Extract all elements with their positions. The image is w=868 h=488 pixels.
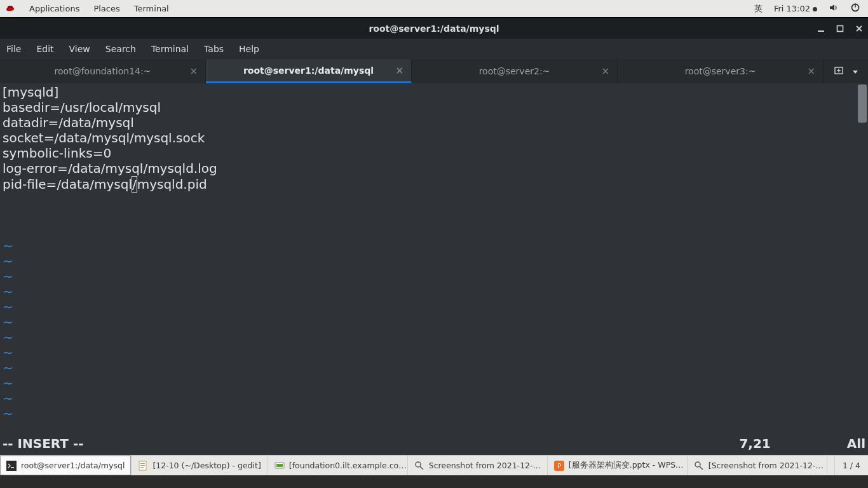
- tab-close-icon[interactable]: ×: [807, 65, 815, 77]
- svg-rect-9: [140, 463, 145, 464]
- tab-label: root@server1:/data/mysql: [243, 65, 374, 76]
- vim-cursor-position: 7,21: [739, 436, 770, 451]
- tab-close-icon[interactable]: ×: [601, 65, 609, 77]
- vim-tilde: ~: [3, 315, 865, 330]
- vim-tilde: ~: [3, 269, 865, 284]
- image-viewer-icon: [414, 461, 424, 471]
- vim-tilde: ~: [3, 284, 865, 299]
- svg-rect-7: [11, 467, 14, 468]
- new-tab-icon[interactable]: [834, 65, 844, 78]
- window-close-button[interactable]: [854, 24, 864, 34]
- vim-tilde: ~: [3, 391, 865, 406]
- svg-rect-13: [276, 464, 283, 467]
- terminal-icon: [6, 461, 17, 471]
- menu-search[interactable]: Search: [105, 44, 136, 54]
- workspace-indicator[interactable]: 1 / 4: [834, 456, 868, 475]
- menu-terminal[interactable]: Terminal: [134, 4, 169, 13]
- menu-terminal-sub[interactable]: Terminal: [151, 44, 189, 54]
- task-label: Screenshot from 2021-12-…: [429, 461, 541, 470]
- file-line: log-error=/data/mysql/mysqld.log: [3, 161, 865, 176]
- file-line-cursor: pid-file=/data/mysql/mysqld.pid: [3, 176, 865, 193]
- menu-applications[interactable]: Applications: [29, 4, 79, 13]
- vim-tilde: ~: [3, 330, 865, 345]
- vim-tilde: ~: [3, 299, 865, 315]
- tab-menu-icon[interactable]: [853, 66, 858, 76]
- redhat-logo-icon: [5, 4, 15, 14]
- tab-close-icon[interactable]: ×: [189, 65, 198, 77]
- clock[interactable]: Fri 13:02: [774, 4, 817, 13]
- vim-tilde: ~: [3, 345, 865, 360]
- file-line: datadir=/data/mysql: [3, 115, 865, 130]
- power-icon[interactable]: [850, 3, 860, 15]
- gnome-top-panel: Applications Places Terminal 英 Fri 13:02: [0, 0, 868, 17]
- gedit-icon: [138, 461, 148, 471]
- svg-point-17: [695, 462, 700, 467]
- menu-edit[interactable]: Edit: [36, 44, 53, 54]
- terminal-viewport[interactable]: [mysqld] basedir=/usr/local/mysql datadi…: [0, 83, 868, 455]
- vim-tilde: ~: [3, 238, 865, 254]
- file-line: basedir=/usr/local/mysql: [3, 100, 865, 115]
- task-label: [Screenshot from 2021-12-…: [709, 461, 824, 470]
- svg-rect-10: [140, 465, 145, 466]
- window-maximize-button[interactable]: [835, 24, 845, 34]
- vim-status-line: -- INSERT -- 7,21 All: [3, 436, 865, 451]
- vim-tilde: ~: [3, 254, 865, 269]
- tab-label: root@server3:~: [685, 66, 756, 76]
- tab-server1[interactable]: root@server1:/data/mysql ×: [206, 59, 412, 83]
- svg-point-0: [8, 6, 13, 8]
- text-cursor: /: [132, 176, 137, 193]
- ime-indicator[interactable]: 英: [754, 3, 763, 15]
- tab-close-icon[interactable]: ×: [395, 65, 403, 76]
- task-screenshot-1[interactable]: Screenshot from 2021-12-…: [408, 456, 548, 475]
- vim-tilde: ~: [3, 376, 865, 391]
- menu-file[interactable]: File: [6, 44, 21, 54]
- vim-tilde: ~: [3, 360, 865, 376]
- svg-rect-11: [140, 467, 144, 468]
- terminal-tabbar: root@foundation14:~ × root@server1:/data…: [0, 59, 868, 83]
- svg-point-14: [416, 462, 421, 467]
- vim-tilde: ~: [3, 406, 865, 421]
- terminal-window: root@server1:/data/mysql File Edit View …: [0, 17, 868, 455]
- gnome-bottom-taskbar: root@server1:/data/mysql [12-10 (~/Deskt…: [0, 455, 868, 475]
- task-label: [12-10 (~/Desktop) - gedit]: [153, 461, 261, 470]
- scrollbar-thumb[interactable]: [858, 85, 867, 123]
- task-screenshot-2[interactable]: [Screenshot from 2021-12-…: [688, 456, 827, 475]
- file-line: socket=/data/mysql/mysql.sock: [3, 130, 865, 146]
- menu-view[interactable]: View: [69, 44, 90, 54]
- window-title: root@server1:/data/mysql: [369, 24, 499, 34]
- volume-icon[interactable]: [829, 3, 839, 15]
- vim-scroll-percent: All: [847, 436, 865, 451]
- task-gedit[interactable]: [12-10 (~/Desktop) - gedit]: [132, 456, 268, 475]
- svg-rect-6: [6, 461, 17, 471]
- task-label: [foundation0.ilt.example.co…: [289, 461, 407, 470]
- terminal-menubar: File Edit View Search Terminal Tabs Help: [0, 39, 868, 59]
- window-minimize-button[interactable]: [816, 24, 826, 34]
- vim-mode: -- INSERT --: [3, 436, 84, 451]
- menu-tabs[interactable]: Tabs: [204, 44, 224, 54]
- task-wps[interactable]: P [服务器架构演变.pptx - WPS…: [548, 456, 688, 475]
- wps-icon: P: [554, 461, 564, 471]
- task-label: root@server1:/data/mysql: [21, 461, 125, 470]
- tab-foundation14[interactable]: root@foundation14:~ ×: [0, 59, 206, 83]
- menu-places[interactable]: Places: [93, 4, 119, 13]
- image-viewer-icon: [694, 461, 704, 471]
- tab-overflow-controls: [824, 59, 868, 83]
- task-terminal[interactable]: root@server1:/data/mysql: [0, 456, 132, 475]
- menu-help[interactable]: Help: [239, 44, 259, 54]
- tab-label: root@server2:~: [479, 66, 550, 76]
- window-titlebar[interactable]: root@server1:/data/mysql: [0, 17, 868, 39]
- svg-rect-2: [855, 4, 856, 8]
- task-vm[interactable]: [foundation0.ilt.example.co…: [268, 456, 408, 475]
- task-label: [服务器架构演变.pptx - WPS…: [569, 460, 684, 471]
- svg-rect-4: [837, 25, 843, 31]
- svg-rect-3: [818, 30, 824, 32]
- tab-server2[interactable]: root@server2:~ ×: [412, 59, 618, 83]
- tab-label: root@foundation14:~: [55, 66, 151, 76]
- tab-server3[interactable]: root@server3:~ ×: [618, 59, 824, 83]
- file-line: [mysqld]: [3, 85, 865, 100]
- file-line: symbolic-links=0: [3, 146, 865, 161]
- vm-icon: [275, 461, 285, 471]
- svg-text:P: P: [557, 463, 561, 470]
